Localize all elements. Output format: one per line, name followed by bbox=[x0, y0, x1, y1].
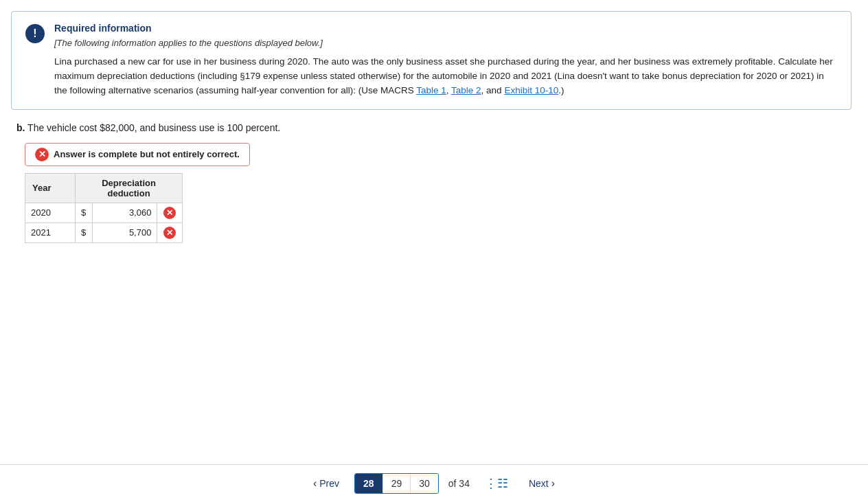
grid-icon[interactable]: ⋮☷ bbox=[479, 473, 514, 494]
table2-link[interactable]: Table 2 bbox=[451, 85, 481, 95]
answer-status-text: Answer is complete but not entirely corr… bbox=[54, 149, 240, 159]
page-28[interactable]: 28 bbox=[355, 474, 383, 493]
info-body: Lina purchased a new car for use in her … bbox=[54, 55, 837, 98]
next-chevron-icon: › bbox=[551, 477, 555, 490]
col-header-year: Year bbox=[25, 173, 76, 203]
of-text: of bbox=[448, 478, 459, 489]
page-of-label: of 34 bbox=[448, 478, 470, 489]
page-30[interactable]: 30 bbox=[411, 474, 438, 493]
cell-error: ✕ bbox=[157, 203, 183, 223]
info-content: Required information [The following info… bbox=[54, 23, 837, 98]
prev-chevron-icon: ‹ bbox=[313, 477, 317, 490]
cell-dollar: $ bbox=[76, 223, 93, 242]
question-section: b. The vehicle cost $82,000, and busines… bbox=[16, 122, 852, 133]
page-numbers: 28 29 30 bbox=[354, 473, 439, 494]
info-icon: ! bbox=[25, 24, 45, 43]
cell-error: ✕ bbox=[157, 223, 183, 242]
pagination: ‹ Prev 28 29 30 of 34 ⋮☷ Next › bbox=[0, 464, 868, 502]
table-section: ✕ Answer is complete but not entirely co… bbox=[25, 143, 852, 243]
prev-button[interactable]: ‹ Prev bbox=[304, 473, 349, 494]
next-button[interactable]: Next › bbox=[519, 473, 564, 494]
prev-label: Prev bbox=[319, 478, 339, 489]
cell-year: 2020 bbox=[25, 203, 76, 223]
answer-status: ✕ Answer is complete but not entirely co… bbox=[25, 143, 250, 166]
cell-value: 5,700 bbox=[93, 223, 157, 242]
error-icon: ✕ bbox=[163, 207, 176, 219]
table-wrapper: Year Depreciationdeduction 2020$3,060✕20… bbox=[25, 173, 852, 243]
answer-status-icon: ✕ bbox=[35, 148, 49, 161]
error-icon: ✕ bbox=[163, 227, 176, 239]
info-and: , and bbox=[481, 85, 505, 95]
cell-year: 2021 bbox=[25, 223, 76, 242]
info-subtitle: [The following information applies to th… bbox=[54, 38, 837, 48]
col-header-deduction: Depreciationdeduction bbox=[76, 173, 183, 203]
info-box: ! Required information [The following in… bbox=[11, 11, 852, 110]
info-end: .) bbox=[558, 85, 564, 95]
table-row: 2021$5,700✕ bbox=[25, 223, 183, 242]
table-row: 2020$3,060✕ bbox=[25, 203, 183, 223]
answer-block: ✕ Answer is complete but not entirely co… bbox=[25, 143, 852, 243]
info-between: , bbox=[446, 85, 451, 95]
info-icon-label: ! bbox=[33, 27, 36, 40]
question-text: The vehicle cost $82,000, and business u… bbox=[25, 122, 280, 133]
cell-dollar: $ bbox=[76, 203, 93, 223]
cell-value: 3,060 bbox=[93, 203, 157, 223]
question-label: b. bbox=[16, 122, 25, 133]
total-pages: 34 bbox=[459, 478, 470, 489]
table1-link[interactable]: Table 1 bbox=[416, 85, 446, 95]
exhibit-link[interactable]: Exhibit 10-10 bbox=[504, 85, 558, 95]
depreciation-table: Year Depreciationdeduction 2020$3,060✕20… bbox=[25, 173, 183, 243]
info-title: Required information bbox=[54, 23, 837, 34]
next-label: Next bbox=[529, 478, 549, 489]
page-29[interactable]: 29 bbox=[383, 474, 411, 493]
